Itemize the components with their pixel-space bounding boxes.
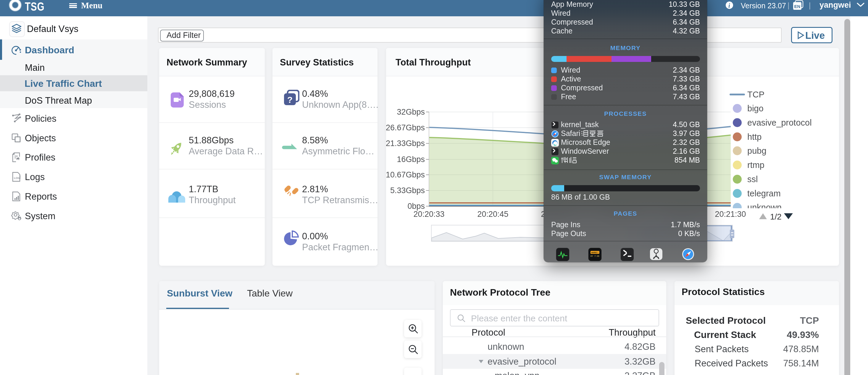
svg-text:WARNI!: WARNI! — [591, 252, 598, 254]
svg-text:LOG: LOG — [14, 177, 20, 179]
svg-text:EN: EN — [794, 4, 801, 9]
svg-text:?: ? — [287, 95, 292, 105]
svg-text:KY 7:36: KY 7:36 — [590, 255, 599, 257]
